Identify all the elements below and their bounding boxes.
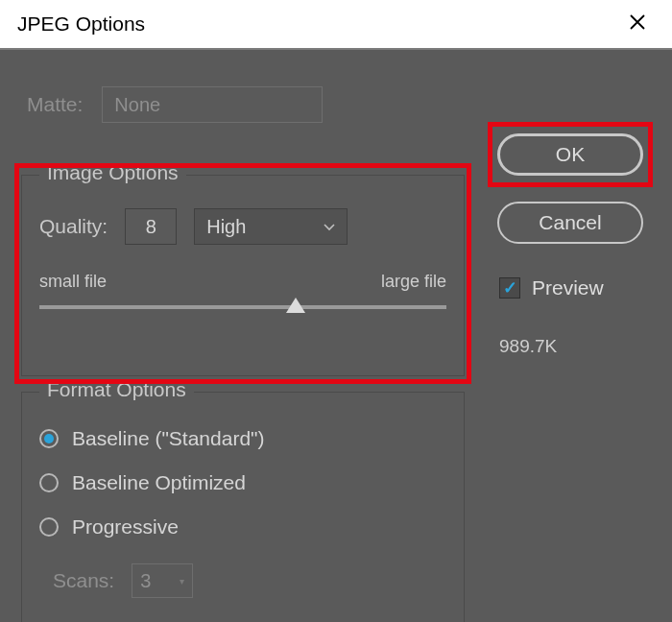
quality-preset-value: High (206, 216, 246, 238)
radio-icon (39, 473, 59, 492)
format-options-legend: Format Options (39, 378, 194, 401)
format-radio-label: Progressive (72, 515, 179, 538)
slider-thumb[interactable] (286, 298, 305, 313)
slider-max-label: large file (381, 272, 446, 292)
quality-label: Quality: (39, 215, 108, 238)
scans-value: 3 (140, 570, 151, 592)
chevron-down-icon: ▾ (180, 576, 184, 586)
matte-select: None (102, 86, 323, 123)
matte-label: Matte: (27, 93, 83, 116)
image-options-legend: Image Options (39, 161, 186, 184)
preview-label: Preview (532, 276, 604, 299)
quality-input[interactable]: 8 (125, 208, 177, 245)
slider-track (39, 305, 446, 309)
filesize-text: 989.7K (499, 336, 557, 357)
preview-checkbox[interactable]: ✓ (499, 277, 520, 299)
ok-label: OK (556, 143, 585, 166)
quality-value: 8 (146, 216, 156, 238)
radio-icon (39, 517, 59, 537)
close-button[interactable] (616, 5, 659, 43)
radio-icon (39, 429, 59, 448)
ok-button[interactable]: OK (497, 133, 643, 176)
title-bar: JPEG Options (0, 0, 672, 50)
check-icon: ✓ (503, 277, 517, 299)
close-icon (629, 12, 646, 36)
format-radio-label: Baseline ("Standard") (72, 427, 265, 450)
quality-slider[interactable] (39, 299, 446, 317)
cancel-button[interactable]: Cancel (497, 202, 643, 244)
dialog-body: Matte: None Image Options Quality: 8 Hig… (0, 50, 672, 622)
matte-row: Matte: None (27, 86, 323, 123)
image-options-group: Image Options Quality: 8 High small file… (21, 175, 465, 376)
slider-min-label: small file (39, 272, 107, 292)
format-radio-row[interactable]: Baseline ("Standard") (39, 427, 446, 450)
format-radio-row[interactable]: Baseline Optimized (39, 471, 446, 494)
matte-value: None (114, 94, 160, 116)
slider-labels: small file large file (39, 272, 446, 292)
preview-row: ✓ Preview (499, 276, 604, 299)
format-radio-row[interactable]: Progressive (39, 515, 446, 538)
quality-preset-select[interactable]: High (194, 208, 348, 245)
format-radio-label: Baseline Optimized (72, 471, 246, 494)
chevron-down-icon (324, 219, 335, 234)
quality-row: Quality: 8 High (39, 208, 446, 245)
scans-select: 3 ▾ (132, 563, 193, 598)
scans-label: Scans: (53, 569, 114, 592)
jpeg-options-dialog: JPEG Options Matte: None Image Options Q… (0, 0, 672, 622)
window-title: JPEG Options (17, 12, 145, 36)
format-options-group: Format Options Baseline ("Standard")Base… (21, 392, 465, 622)
cancel-label: Cancel (539, 211, 601, 234)
scans-row: Scans: 3 ▾ (53, 563, 446, 598)
